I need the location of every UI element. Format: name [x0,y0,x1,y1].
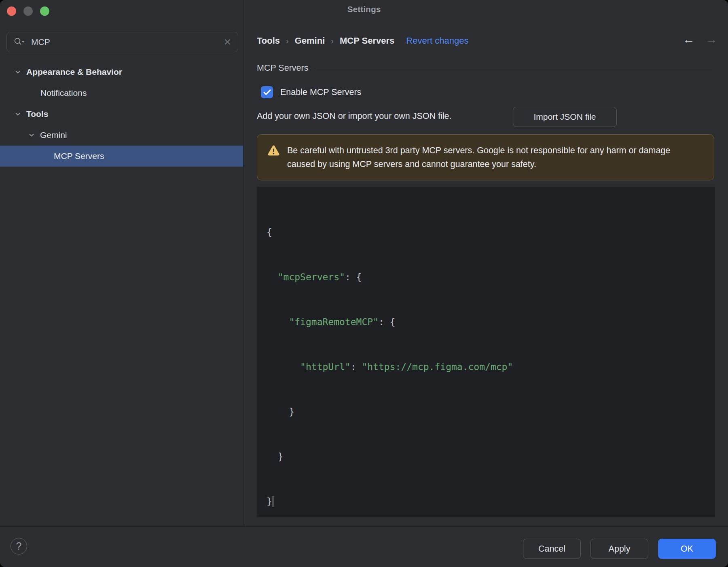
import-json-file-button[interactable]: Import JSON file [513,107,617,127]
enable-mcp-label: Enable MCP Servers [280,87,361,97]
warning-banner: Be careful with untrusted 3rd party MCP … [257,134,714,180]
sidebar-item-mcp-servers[interactable]: MCP Servers [0,146,243,167]
clear-search-icon[interactable]: ✕ [224,38,231,47]
code-line: } [267,449,708,464]
footer-buttons: Cancel Apply OK [523,539,716,559]
sidebar-item-appearance-behavior[interactable]: Appearance & Behavior [0,61,243,83]
settings-window: Settings MCP ✕ Appearance & Behavior [0,0,728,567]
breadcrumb-mcp-servers: MCP Servers [340,36,394,46]
help-icon[interactable]: ? [11,538,27,554]
mcp-json-editor[interactable]: { "mcpServers": { "figmaRemoteMCP": { "h… [257,187,715,517]
code-line: { [267,225,708,240]
settings-content: Tools › Gemini › MCP Servers Revert chan… [243,0,728,527]
cancel-button[interactable]: Cancel [523,539,581,559]
sidebar-item-gemini[interactable]: Gemini [0,125,243,146]
code-line: "httpUrl": "https://mcp.figma.com/mcp" [267,360,708,374]
code-line: "mcpServers": { [267,270,708,285]
code-line: } [267,404,708,419]
search-icon [14,37,25,47]
breadcrumb-separator: › [286,36,289,46]
apply-button[interactable]: Apply [590,539,648,559]
sidebar-item-notifications[interactable]: Notifications [0,83,243,104]
import-json-text: Add your own JSON or import your own JSO… [257,111,452,121]
chevron-down-icon[interactable] [15,69,21,75]
warning-icon [267,145,280,158]
breadcrumb: Tools › Gemini › MCP Servers Revert chan… [257,36,468,46]
sidebar-item-label: Gemini [40,130,67,140]
sidebar-item-label: Appearance & Behavior [26,67,122,77]
sidebar-item-label: Notifications [40,88,87,98]
enable-mcp-row: Enable MCP Servers [261,86,361,98]
search-input[interactable]: MCP ✕ [6,32,238,52]
section-header: MCP Servers [257,63,715,73]
breadcrumb-separator: › [331,36,334,46]
revert-changes-link[interactable]: Revert changes [406,36,468,46]
sidebar-item-label: Tools [26,109,48,119]
breadcrumb-tools[interactable]: Tools [257,36,280,46]
code-line: "figmaRemoteMCP": { [267,315,708,330]
chevron-down-icon[interactable] [15,111,21,117]
settings-sidebar: MCP ✕ Appearance & Behavior Notification… [0,0,243,527]
sidebar-item-label: MCP Servers [54,151,104,161]
section-title: MCP Servers [257,63,308,73]
enable-mcp-checkbox[interactable] [261,86,273,98]
chevron-down-icon[interactable] [28,132,35,138]
sidebar-item-tools[interactable]: Tools [0,104,243,125]
import-json-row: Add your own JSON or import your own JSO… [257,107,718,127]
search-value: MCP [31,37,218,47]
ok-button[interactable]: OK [658,539,716,559]
dialog-footer: ? Cancel Apply OK [0,526,728,567]
check-icon [263,89,271,95]
code-line: } [267,494,708,509]
breadcrumb-gemini[interactable]: Gemini [295,36,325,46]
history-nav: ← → [683,32,717,46]
forward-arrow-icon[interactable]: → [705,32,717,46]
back-arrow-icon[interactable]: ← [683,32,695,46]
settings-tree: Appearance & Behavior Notifications Tool… [0,61,243,167]
text-cursor [273,496,273,507]
warning-text: Be careful with untrusted 3rd party MCP … [287,144,696,171]
section-divider [316,68,712,68]
